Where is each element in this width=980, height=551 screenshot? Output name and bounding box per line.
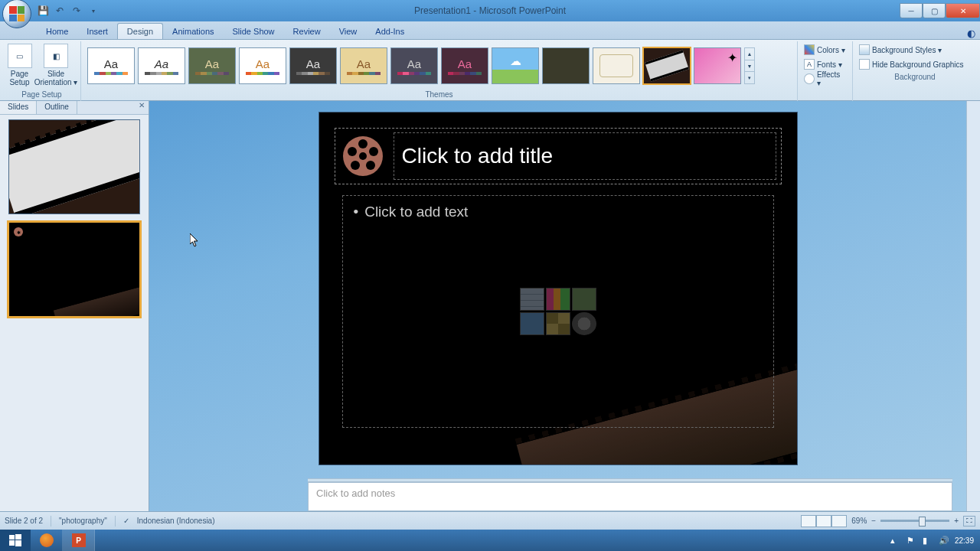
insert-smartart-icon[interactable] bbox=[572, 288, 596, 311]
theme-6[interactable]: Aa bbox=[340, 47, 387, 84]
effects-button[interactable]: Effects ▾ bbox=[802, 72, 848, 86]
slide-thumb-2[interactable]: ✱ bbox=[8, 222, 140, 317]
taskbar-firefox[interactable] bbox=[31, 530, 63, 551]
theme-8[interactable]: Aa bbox=[441, 47, 488, 84]
gallery-more-icon[interactable]: ▾ bbox=[745, 72, 754, 83]
save-icon[interactable]: 💾 bbox=[37, 5, 49, 17]
insert-clipart-icon[interactable] bbox=[546, 312, 570, 335]
slideshow-view-button[interactable] bbox=[831, 515, 847, 527]
fit-to-window-button[interactable]: ⛶ bbox=[963, 516, 975, 527]
page-setup-button[interactable]: ▭ Page Setup bbox=[6, 41, 33, 86]
theme-2[interactable]: Aa bbox=[138, 47, 185, 84]
ribbon-help-icon[interactable]: ◐ bbox=[962, 28, 980, 39]
window-title: Presentation1 - Microsoft PowerPoint bbox=[414, 5, 566, 16]
content-placeholder-text: Click to add text bbox=[364, 204, 468, 220]
insert-table-icon[interactable] bbox=[520, 288, 544, 311]
tab-design[interactable]: Design bbox=[117, 23, 163, 39]
theme-office[interactable]: Aa bbox=[87, 47, 135, 84]
orientation-icon: ◧ bbox=[44, 44, 68, 68]
svg-rect-7 bbox=[9, 535, 15, 540]
taskbar-powerpoint[interactable]: P bbox=[63, 530, 95, 551]
insert-media-icon[interactable] bbox=[572, 312, 596, 335]
quick-access-toolbar: 💾 ↶ ↷ ▾ bbox=[37, 5, 100, 17]
tab-animations[interactable]: Animations bbox=[163, 24, 223, 39]
theme-photography[interactable] bbox=[643, 47, 691, 84]
redo-icon[interactable]: ↷ bbox=[70, 5, 83, 17]
effects-label: Effects ▾ bbox=[817, 70, 846, 87]
zoom-in-button[interactable]: + bbox=[954, 517, 959, 525]
status-language[interactable]: Indonesian (Indonesia) bbox=[137, 517, 215, 525]
panel-tab-slides[interactable]: Slides bbox=[0, 101, 37, 114]
theme-11[interactable] bbox=[593, 47, 640, 84]
tab-insert[interactable]: Insert bbox=[77, 24, 117, 39]
svg-point-6 bbox=[359, 152, 367, 160]
tray-network-icon[interactable]: ▮ bbox=[923, 536, 933, 546]
tab-view[interactable]: View bbox=[330, 24, 367, 39]
fonts-button[interactable]: AFonts ▾ bbox=[802, 57, 848, 71]
tray-action-icon[interactable]: ⚑ bbox=[906, 536, 916, 546]
svg-point-4 bbox=[351, 161, 360, 170]
maximize-button[interactable]: ▢ bbox=[923, 3, 946, 18]
background-styles-button[interactable]: Background Styles ▾ bbox=[858, 43, 972, 57]
zoom-slider[interactable] bbox=[880, 520, 949, 522]
tab-home[interactable]: Home bbox=[37, 24, 77, 39]
svg-point-2 bbox=[369, 147, 378, 156]
tab-add-ins[interactable]: Add-Ins bbox=[366, 24, 413, 39]
zoom-out-button[interactable]: − bbox=[871, 517, 876, 525]
office-button[interactable] bbox=[2, 0, 31, 28]
gallery-up-icon[interactable]: ▲ bbox=[745, 48, 754, 60]
colors-button[interactable]: Colors ▾ bbox=[802, 43, 848, 57]
window-controls: ─ ▢ ✕ bbox=[900, 3, 980, 18]
tray-clock[interactable]: 22:39 bbox=[955, 536, 974, 545]
themes-gallery: Aa Aa Aa Aa Aa Aa Aa Aa ☁ ✦ ▲ ▼ ▾ bbox=[84, 41, 794, 90]
theme-7[interactable]: Aa bbox=[390, 47, 438, 84]
orientation-button[interactable]: ◧ Slide Orientation ▾ bbox=[34, 41, 77, 86]
start-button[interactable] bbox=[0, 530, 31, 551]
office-logo-icon bbox=[9, 6, 24, 21]
tab-review[interactable]: Review bbox=[284, 24, 330, 39]
normal-view-button[interactable] bbox=[801, 515, 816, 527]
zoom-level[interactable]: 69% bbox=[851, 517, 867, 525]
title-placeholder-container: Click to add title bbox=[335, 128, 782, 184]
bullet-icon: • bbox=[354, 204, 359, 220]
ribbon-tabs: Home Insert Design Animations Slide Show… bbox=[0, 21, 980, 40]
panel-close-icon[interactable]: ✕ bbox=[135, 101, 149, 114]
close-button[interactable]: ✕ bbox=[946, 3, 980, 18]
theme-4[interactable]: Aa bbox=[239, 47, 286, 84]
hide-background-checkbox[interactable]: Hide Background Graphics bbox=[858, 57, 972, 71]
slide-canvas[interactable]: Click to add title •Click to add text bbox=[318, 112, 798, 465]
hide-background-label: Hide Background Graphics bbox=[872, 60, 964, 69]
insert-chart-icon[interactable] bbox=[546, 288, 570, 311]
slide-thumb-1[interactable] bbox=[8, 119, 140, 214]
theme-13[interactable]: ✦ bbox=[694, 47, 741, 84]
theme-10[interactable] bbox=[542, 47, 590, 84]
work-area: Slides Outline ✕ ✱ bbox=[0, 101, 980, 511]
theme-5[interactable]: Aa bbox=[289, 47, 337, 84]
colors-label: Colors ▾ bbox=[817, 46, 845, 54]
tab-slide-show[interactable]: Slide Show bbox=[224, 24, 284, 39]
minimize-button[interactable]: ─ bbox=[900, 3, 923, 18]
tray-up-icon[interactable]: ▴ bbox=[890, 536, 900, 546]
content-placeholder[interactable]: •Click to add text bbox=[342, 195, 774, 428]
undo-icon[interactable]: ↶ bbox=[54, 5, 66, 17]
vertical-scrollbar[interactable] bbox=[966, 101, 980, 511]
sorter-view-button[interactable] bbox=[816, 515, 831, 527]
film-reel-icon bbox=[340, 133, 386, 179]
tray-volume-icon[interactable]: 🔊 bbox=[939, 536, 949, 546]
qat-customize-icon[interactable]: ▾ bbox=[87, 5, 100, 17]
insert-picture-icon[interactable] bbox=[520, 312, 544, 335]
gallery-down-icon[interactable]: ▼ bbox=[745, 60, 754, 73]
themes-gallery-spinner[interactable]: ▲ ▼ ▾ bbox=[744, 47, 755, 84]
notes-pane[interactable]: Click to add notes bbox=[308, 482, 952, 511]
panel-tab-outline[interactable]: Outline bbox=[37, 101, 77, 114]
theme-9[interactable]: ☁ bbox=[492, 47, 539, 84]
title-placeholder[interactable]: Click to add title bbox=[394, 132, 776, 180]
spellcheck-icon[interactable]: ✓ bbox=[123, 517, 129, 525]
fonts-icon: A bbox=[804, 59, 815, 70]
slide-editor[interactable]: Click to add title •Click to add text Cl… bbox=[149, 101, 966, 511]
theme-3[interactable]: Aa bbox=[188, 47, 236, 84]
svg-point-5 bbox=[348, 147, 357, 156]
page-setup-icon: ▭ bbox=[8, 44, 32, 68]
background-styles-label: Background Styles ▾ bbox=[872, 46, 942, 54]
status-bar: Slide 2 of 2 "photography" ✓ Indonesian … bbox=[0, 511, 980, 530]
